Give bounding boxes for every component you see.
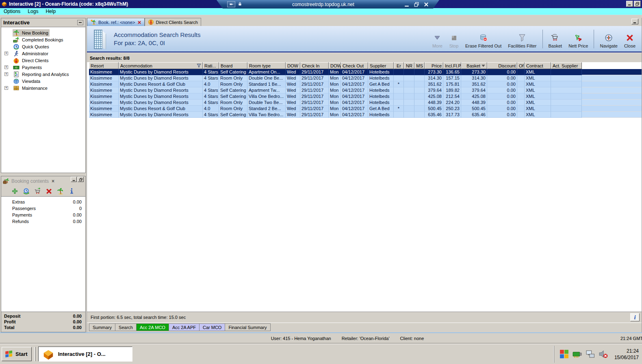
sidebar-item-administrator[interactable]: +Administrator: [1, 50, 85, 57]
rdp-minimize-button[interactable]: [404, 2, 409, 7]
expand-toggle-icon[interactable]: +: [4, 72, 8, 76]
col-header-supplier[interactable]: Supplier: [368, 62, 394, 69]
tray-network-card-icon[interactable]: [572, 349, 582, 359]
toolbar-erase-filtered-out-button[interactable]: Erase Filtered Out: [462, 28, 504, 50]
table-row[interactable]: KissimmeeMystic Dunes by Diamond Resorts…: [89, 69, 642, 75]
col-header-basket[interactable]: Basket: [461, 62, 487, 69]
table-row[interactable]: KissimmeeMystic Dunes Resort & Golf Club…: [89, 106, 642, 112]
bottom-tab-summary[interactable]: Summary: [89, 323, 115, 331]
menu-options[interactable]: Options: [0, 8, 24, 15]
tray-volume-muted-icon[interactable]: [598, 349, 608, 359]
col-header-rating[interactable]: Rati...: [203, 62, 219, 69]
col-header-ms[interactable]: MS: [414, 62, 425, 69]
menu-help[interactable]: Help: [42, 8, 59, 15]
col-header-incl_fl_pp[interactable]: Incl.Fl.PP: [443, 62, 461, 69]
toolbar-basket-button[interactable]: Basket: [546, 28, 565, 50]
cell-board: Self Catering: [219, 87, 247, 93]
toolbar-navigate-button[interactable]: Navigate: [597, 28, 620, 50]
sidebar-item-reporting-and-analytics[interactable]: +Reporting and Analytics: [1, 71, 85, 78]
column-filter-icon[interactable]: [197, 63, 201, 68]
cell-accommodation: Mystic Dunes by Diamond Resorts: [119, 87, 203, 93]
table-row[interactable]: KissimmeeMystic Dunes by Diamond Resorts…: [89, 75, 642, 81]
col-header-board[interactable]: Board: [219, 62, 247, 69]
bottom-tab-search[interactable]: Search: [115, 323, 137, 331]
booking-toolbar-info-button[interactable]: [68, 188, 75, 195]
cell-board: Room Only: [219, 81, 247, 87]
col-header-check_out[interactable]: Check Out: [341, 62, 368, 69]
col-header-check_in[interactable]: Check In: [300, 62, 329, 69]
table-row[interactable]: KissimmeeMystic Dunes by Diamond Resorts…: [89, 100, 642, 106]
bottom-tab-acc-2a-mco[interactable]: Acc 2A MCO: [137, 323, 169, 331]
table-row[interactable]: KissimmeeMystic Dunes Resort & Golf Club…: [89, 81, 642, 87]
sidebar-item-direct-clients[interactable]: Direct Clients: [1, 57, 85, 64]
tray-antivirus-icon[interactable]: [559, 349, 569, 359]
table-row[interactable]: KissimmeeMystic Dunes by Diamond Resorts…: [89, 112, 642, 118]
sidebar-item-quick-quotes[interactable]: Quick Quotes: [1, 43, 85, 50]
booking-contents-row: Refunds0.00: [1, 218, 85, 225]
booking-contents-header: Booking contents ×: [1, 176, 85, 186]
toolbar-nett-price-button[interactable]: Nett Price: [566, 28, 591, 50]
rdp-restore-button[interactable]: [414, 2, 419, 7]
col-header-nr[interactable]: NR: [404, 62, 414, 69]
menu-logs[interactable]: Logs: [24, 8, 42, 15]
bottom-tab-financial-summary[interactable]: Financial Summary: [225, 323, 270, 331]
bottom-tab-car-mco[interactable]: Car MCO: [200, 323, 225, 331]
taskbar-task-button[interactable]: Interactive [2] - O...: [38, 347, 132, 362]
booking-panel-maximize-button[interactable]: [78, 177, 84, 182]
col-header-er[interactable]: Er: [394, 62, 404, 69]
booking-toolbar-refresh-button[interactable]: [23, 188, 30, 195]
sidebar-item-new-booking[interactable]: New Booking: [1, 29, 85, 36]
cell-act_supplier: [551, 106, 582, 112]
tab-area-minimize-button[interactable]: [631, 19, 638, 24]
nett-price-icon: [573, 33, 583, 42]
sidebar-item-payments[interactable]: +Payments: [1, 64, 85, 71]
collapse-panel-button[interactable]: [77, 20, 83, 25]
sidebar-item-maintenance[interactable]: +Maintenance: [1, 84, 85, 91]
cell-board: Self Catering: [219, 112, 247, 118]
expand-toggle-icon[interactable]: +: [4, 52, 8, 55]
bottom-tab-acc-2a-apf[interactable]: Acc 2A APF: [169, 323, 200, 331]
tab-book-ref-none[interactable]: Book. ref.: <none>: [87, 18, 145, 26]
col-header-resort[interactable]: Resort: [89, 62, 119, 69]
start-button[interactable]: Start: [2, 347, 32, 361]
tray-network-computer-icon[interactable]: [585, 349, 595, 359]
toolbar-stop-button[interactable]: Stop: [446, 28, 462, 50]
info-button[interactable]: i: [630, 313, 640, 321]
col-header-contract[interactable]: Contract: [525, 62, 551, 69]
booking-row-value: 0.00: [73, 199, 82, 204]
col-header-room_type[interactable]: Room type: [247, 62, 286, 69]
booking-toolbar-move-to-basket-button[interactable]: [34, 188, 41, 195]
col-header-of[interactable]: Of: [517, 62, 525, 69]
tab-close-icon[interactable]: [137, 20, 141, 24]
booking-toolbar-add-button[interactable]: [11, 188, 18, 195]
col-header-dow1[interactable]: DOW: [286, 62, 300, 69]
col-header-act_supplier[interactable]: Act. Supplier: [551, 62, 582, 69]
booking-panel-minimize-button[interactable]: [71, 177, 77, 182]
booking-contents-close-icon[interactable]: ×: [51, 178, 55, 184]
booking-toolbar-delete-button[interactable]: [46, 188, 52, 195]
table-row[interactable]: KissimmeeMystic Dunes by Diamond Resorts…: [89, 87, 642, 93]
rdp-close-button[interactable]: [424, 2, 429, 7]
rdp-pin-button[interactable]: [227, 1, 235, 7]
column-header-label: Act. Supplier: [553, 63, 580, 68]
tab-direct-clients-search[interactable]: Direct Clients Search: [145, 18, 201, 26]
cell-board: Room Only: [219, 75, 247, 81]
sidebar-item-viewdata[interactable]: Viewdata: [1, 78, 85, 84]
cell-incl_fl_pp: 224.20: [443, 100, 461, 106]
cell-resort: Kissimmee: [89, 87, 119, 93]
drawers-icon: [13, 85, 20, 91]
col-header-dow2[interactable]: DOW: [329, 62, 341, 69]
col-header-price[interactable]: Price: [425, 62, 443, 69]
window-minimize-button[interactable]: [626, 1, 633, 7]
col-header-accommodation[interactable]: Accommodation: [119, 62, 203, 69]
booking-toolbar-new-booking-button[interactable]: [57, 188, 64, 195]
window-restore-button[interactable]: [634, 1, 641, 7]
sidebar-item-completed-bookings[interactable]: Completed Bookings: [1, 36, 85, 43]
table-row[interactable]: KissimmeeMystic Dunes by Diamond Resorts…: [89, 93, 642, 100]
toolbar-close-button[interactable]: Close: [621, 28, 638, 50]
toolbar-facilities-filter-button[interactable]: Facilities Filter: [505, 28, 539, 50]
expand-toggle-icon[interactable]: +: [4, 65, 8, 69]
expand-toggle-icon[interactable]: +: [4, 86, 8, 90]
col-header-discount[interactable]: Discount: [487, 62, 517, 69]
toolbar-more-button[interactable]: More: [429, 28, 445, 50]
